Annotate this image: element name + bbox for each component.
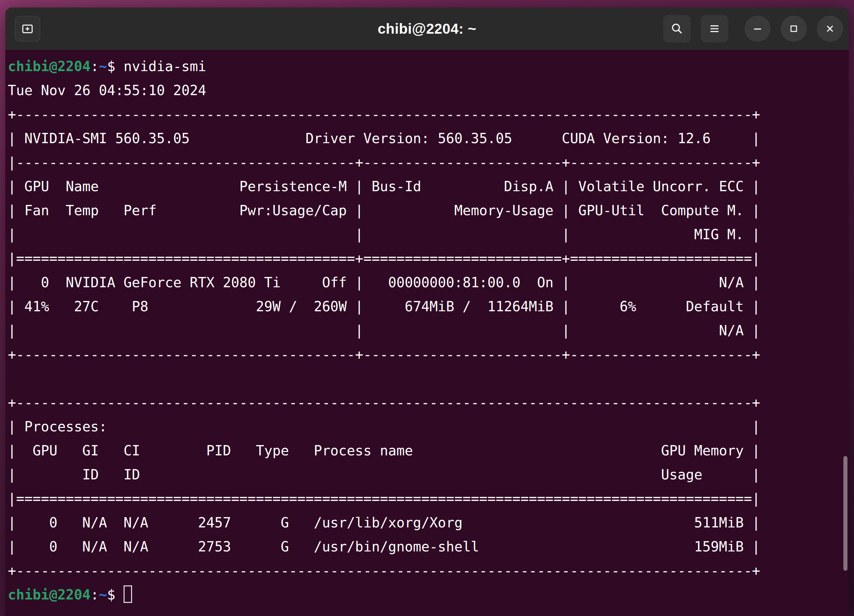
maximize-icon [787,22,801,35]
terminal-output-line: +---------------------------------------… [8,342,846,367]
command-text: nvidia-smi [124,58,206,74]
prompt-separator: : [90,58,99,74]
maximize-button[interactable] [781,15,807,42]
terminal-content[interactable]: chibi@2204:~$ nvidia-smi Tue Nov 26 04:5… [5,50,849,616]
terminal-output-line: | | | MIG M. | [8,222,846,246]
minimize-icon [751,22,764,35]
timestamp-line: Tue Nov 26 04:55:10 2024 [8,78,846,102]
terminal-output-line: | GPU Name Persistence-M | Bus-Id Disp.A… [8,174,846,198]
prompt-separator: : [90,587,99,602]
scrollbar[interactable] [843,456,848,571]
terminal-output-line: +---------------------------------------… [8,102,846,126]
minimize-button[interactable] [744,15,771,42]
search-icon [670,21,684,36]
terminal-output-line: | ID ID Usage | [8,462,846,487]
terminal-output-line: +---------------------------------------… [8,391,846,415]
prompt-symbol: $ [107,58,124,74]
prompt-path: ~ [99,587,107,602]
terminal-output-line: | Processes: | [8,415,846,438]
terminal-output-line: | 0 N/A N/A 2753 G /usr/bin/gnome-shell … [8,535,846,558]
shell-prompt-line: chibi@2204:~$ [8,583,846,607]
terminal-output-line: | Fan Temp Perf Pwr:Usage/Cap | Memory-U… [8,198,846,222]
terminal-output-line: |---------------------------------------… [8,151,846,174]
prompt-user-host: chibi@2204 [8,587,90,602]
terminal-output-line: +---------------------------------------… [8,558,846,583]
menu-button[interactable] [701,15,728,43]
terminal-cursor [124,586,132,603]
terminal-output-line: | NVIDIA-SMI 560.35.05 Driver Version: 5… [8,126,846,151]
terminal-output-line: | 0 N/A N/A 2457 G /usr/lib/xorg/Xorg 51… [8,511,846,535]
menu-icon [707,21,722,36]
terminal-output-line: |=======================================… [8,487,846,511]
close-button[interactable] [817,15,843,42]
terminal-output-line: | 41% 27C P8 29W / 260W | 674MiB / 11264… [8,294,846,318]
prompt-symbol: $ [107,587,124,602]
new-tab-icon [20,21,35,36]
terminal-output-line: |=======================================… [8,246,846,271]
titlebar-controls [663,15,843,43]
close-icon [823,22,837,35]
terminal-output-line: | 0 NVIDIA GeForce RTX 2080 Ti Off | 000… [8,271,846,294]
prompt-path: ~ [99,58,107,74]
terminal-output-line: | GPU GI CI PID Type Process name GPU Me… [8,438,846,462]
shell-prompt-line: chibi@2204:~$ nvidia-smi [8,54,846,78]
search-button[interactable] [663,15,691,43]
terminal-output-line: | | | N/A | [8,318,846,342]
prompt-user-host: chibi@2204 [8,58,90,74]
titlebar[interactable]: chibi@2204: ~ [5,8,849,50]
terminal-window: chibi@2204: ~ [5,8,849,616]
new-tab-button[interactable] [15,16,40,41]
desktop-wallpaper: chibi@2204: ~ [0,0,854,616]
terminal-output-line [8,367,846,391]
window-title: chibi@2204: ~ [378,20,476,37]
